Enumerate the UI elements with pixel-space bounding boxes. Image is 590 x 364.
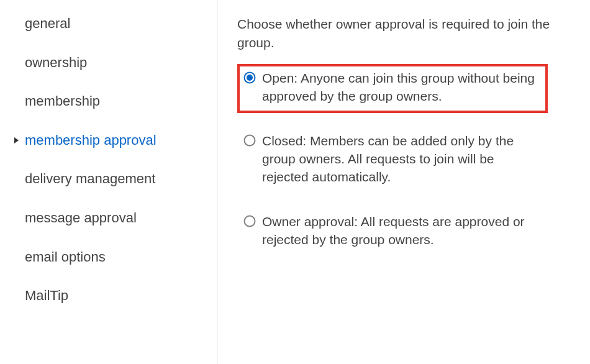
sidebar-item-general[interactable]: general (0, 9, 217, 39)
radio-option-owner-approval[interactable]: Owner approval: All requests are approve… (237, 207, 548, 257)
caret-right-icon (14, 137, 22, 144)
sidebar-item-membership[interactable]: membership (0, 86, 217, 117)
settings-sidebar: general ownership membership membership … (0, 0, 217, 364)
svg-point-4 (245, 216, 255, 226)
radio-option-open[interactable]: Open: Anyone can join this group without… (237, 64, 548, 113)
sidebar-item-membership-approval[interactable]: membership approval (0, 125, 217, 156)
main-panel: Choose whether owner approval is require… (217, 0, 590, 364)
radio-selected-icon (243, 71, 256, 84)
sidebar-item-label: membership (25, 93, 100, 111)
radio-option-label: Open: Anyone can join this group without… (262, 69, 540, 106)
radio-unselected-icon (243, 134, 256, 147)
sidebar-item-label: general (25, 15, 70, 33)
radio-unselected-icon (243, 215, 256, 227)
section-heading: Choose whether owner approval is require… (237, 15, 560, 53)
sidebar-item-label: email options (25, 248, 106, 266)
sidebar-item-label: membership approval (25, 132, 157, 150)
radio-option-closed[interactable]: Closed: Members can be added only by the… (237, 127, 548, 194)
sidebar-item-label: message approval (25, 209, 137, 227)
svg-marker-0 (14, 137, 19, 143)
sidebar-item-label: MailTip (25, 287, 68, 305)
sidebar-item-message-approval[interactable]: message approval (0, 203, 217, 234)
sidebar-item-email-options[interactable]: email options (0, 242, 217, 273)
svg-point-3 (245, 135, 255, 145)
sidebar-item-ownership[interactable]: ownership (0, 48, 217, 78)
sidebar-item-label: ownership (25, 54, 87, 72)
join-policy-radio-group: Open: Anyone can join this group without… (237, 64, 548, 257)
sidebar-item-delivery-management[interactable]: delivery management (0, 164, 217, 194)
sidebar-item-label: delivery management (25, 170, 155, 188)
svg-point-2 (247, 75, 253, 81)
radio-option-label: Owner approval: All requests are approve… (262, 212, 540, 249)
sidebar-item-mailtip[interactable]: MailTip (0, 281, 217, 311)
radio-option-label: Closed: Members can be added only by the… (262, 132, 540, 186)
